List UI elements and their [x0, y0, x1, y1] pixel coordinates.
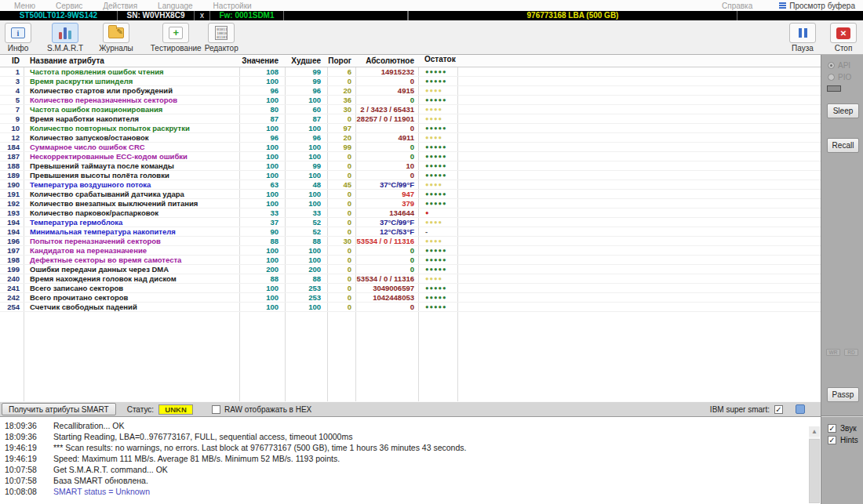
- cell-value: 100: [239, 143, 285, 152]
- cell-health-dots: ●●●●●: [418, 152, 457, 161]
- info-icon: i: [11, 27, 25, 38]
- cell-value: 96: [239, 86, 285, 96]
- blue-indicator[interactable]: [796, 404, 805, 414]
- cell-id: 188: [0, 161, 24, 171]
- rd-button[interactable]: RD: [844, 349, 858, 356]
- col-header-value[interactable]: Значение: [239, 55, 285, 67]
- table-row[interactable]: 241 Всего записано секторов 100 253 0 30…: [0, 284, 821, 293]
- cell-value: 100: [239, 293, 285, 303]
- table-row[interactable]: 4 Количество стартов или пробуждений 96 …: [0, 86, 821, 96]
- cell-worst: 99: [285, 161, 327, 171]
- cell-threshold: 97: [327, 124, 355, 133]
- menu-item-main[interactable]: Меню: [14, 2, 35, 10]
- wr-button[interactable]: WR: [826, 349, 840, 356]
- table-row[interactable]: 10 Количество повторных попыток раскрутк…: [0, 124, 821, 133]
- table-row[interactable]: 1 Частота проявления ошибок чтения 108 9…: [0, 67, 821, 77]
- cell-worst: 48: [285, 180, 327, 190]
- cell-id: 240: [0, 274, 24, 284]
- table-row[interactable]: 9 Время наработки накопителя 87 87 0 282…: [0, 114, 821, 124]
- recall-button[interactable]: Recall: [827, 138, 859, 153]
- table-row[interactable]: 187 Нескорректированные ECC-кодом ошибки…: [0, 152, 821, 161]
- table-row[interactable]: 5 Количество переназначенных секторов 10…: [0, 96, 821, 105]
- editor-button[interactable]: 01011 10010 01101 Редактор: [205, 23, 239, 53]
- table-row[interactable]: 3 Время раскрутки шпинделя 100 99 0 0 ●●…: [0, 77, 821, 86]
- table-row[interactable]: 194 Минимальная температура накопителя 9…: [0, 227, 821, 237]
- sleep-button[interactable]: Sleep: [827, 103, 859, 118]
- cell-id: 242: [0, 293, 24, 303]
- sound-checkbox-row[interactable]: ✓ Звук: [828, 424, 857, 433]
- table-row[interactable]: 12 Количество запусков/остановок 96 96 2…: [0, 133, 821, 143]
- buffer-view-button[interactable]: Просмотр буфера: [779, 2, 855, 10]
- table-row[interactable]: 189 Превышения высоты полёта головки 100…: [0, 171, 821, 180]
- passp-button[interactable]: Passp: [827, 387, 859, 402]
- table-row[interactable]: 198 Дефектные секторы во время самотеста…: [0, 256, 821, 265]
- cell-name: Количество парковок/распарковок: [24, 208, 239, 218]
- cell-raw: 0: [355, 152, 418, 161]
- menu-item-help[interactable]: Справка: [722, 2, 752, 10]
- menu-item-actions[interactable]: Действия: [103, 2, 137, 10]
- sound-checkbox[interactable]: ✓: [828, 424, 836, 433]
- cell-value: 100: [239, 96, 285, 105]
- cell-threshold: 0: [327, 199, 355, 208]
- table-row[interactable]: 199 Ошибки передачи данных через DMA 200…: [0, 265, 821, 274]
- journals-folder-icon: [108, 27, 124, 38]
- col-header-threshold[interactable]: Порог: [327, 55, 355, 67]
- stop-button[interactable]: ✕ Стоп: [830, 23, 857, 53]
- col-header-id[interactable]: ID: [0, 55, 24, 67]
- pio-radio[interactable]: [828, 74, 835, 81]
- cell-name: Кандидатов на переназначение: [24, 246, 239, 256]
- get-smart-attributes-button[interactable]: Получить атрибуты SMART: [2, 403, 116, 415]
- menu-item-service[interactable]: Сервис: [56, 2, 82, 10]
- cell-worst: 100: [285, 246, 327, 256]
- table-row[interactable]: 197 Кандидатов на переназначение 100 100…: [0, 246, 821, 256]
- log-timestamp: 18:09:36: [5, 420, 42, 431]
- cell-id: 12: [0, 133, 24, 143]
- table-row[interactable]: 196 Попыток переназначений секторов 88 8…: [0, 237, 821, 246]
- col-header-name[interactable]: Название атрибута: [24, 55, 239, 67]
- cell-id: 1: [0, 67, 24, 77]
- log-line: 10:07:58 Get S.M.A.R.T. command... OK: [5, 464, 821, 475]
- cell-value: 100: [239, 284, 285, 293]
- table-row[interactable]: 188 Превышений таймаута после команды 10…: [0, 161, 821, 171]
- col-header-worst[interactable]: Худшее: [285, 55, 327, 67]
- pio-radio-row[interactable]: PIO: [828, 73, 851, 82]
- hints-checkbox-row[interactable]: ✓ Hints: [828, 436, 858, 444]
- table-row[interactable]: 7 Частота ошибок позиционирования 80 60 …: [0, 105, 821, 114]
- col-header-raw[interactable]: Абсолютное: [355, 55, 418, 67]
- cell-worst: 88: [285, 274, 327, 284]
- table-row[interactable]: 191 Количество срабатываний датчика удар…: [0, 190, 821, 199]
- cell-worst: 99: [285, 77, 327, 86]
- table-row[interactable]: 192 Количество внезапных выключений пита…: [0, 199, 821, 208]
- cell-raw: 134644: [355, 208, 418, 218]
- api-radio-row[interactable]: API: [828, 61, 850, 70]
- raw-hex-checkbox[interactable]: [212, 405, 220, 414]
- menu-item-language[interactable]: Language: [158, 2, 193, 10]
- table-row[interactable]: 193 Количество парковок/распарковок 33 3…: [0, 208, 821, 218]
- hints-checkbox[interactable]: ✓: [828, 436, 836, 444]
- testing-button[interactable]: + Тестирование: [151, 23, 202, 53]
- cell-name: Дефектные секторы во время самотеста: [24, 256, 239, 265]
- scrollbar-up-arrow-icon[interactable]: ▲: [809, 426, 820, 437]
- api-radio[interactable]: [828, 62, 835, 69]
- ibm-super-smart-checkbox[interactable]: ✓: [774, 405, 783, 414]
- cell-health-dots: ●●●●: [418, 180, 457, 190]
- pause-icon: [799, 28, 807, 38]
- menu-item-settings[interactable]: Настройки: [213, 2, 252, 10]
- cell-health-dots: ●: [418, 208, 457, 218]
- table-row[interactable]: 190 Температура воздушного потока 63 48 …: [0, 180, 821, 190]
- table-row[interactable]: 242 Всего прочитано секторов 100 253 0 1…: [0, 293, 821, 303]
- cell-health-dots: ●●●●●: [418, 265, 457, 274]
- table-row[interactable]: 194 Температура гермоблока 37 52 0 37°C/…: [0, 218, 821, 227]
- cell-value: 100: [239, 246, 285, 256]
- info-button[interactable]: i Инфо: [5, 23, 31, 53]
- table-row[interactable]: 254 Счетчик свободных падений 100 100 0 …: [0, 303, 821, 312]
- pause-button[interactable]: Пауза: [789, 23, 816, 53]
- log-scrollbar[interactable]: ▲: [809, 426, 820, 503]
- journals-button[interactable]: Журналы: [99, 23, 133, 53]
- scrollbar-thumb[interactable]: [809, 439, 820, 503]
- table-row[interactable]: 184 Суммарное число ошибок CRC 100 100 9…: [0, 143, 821, 152]
- smart-button[interactable]: S.M.A.R.T: [47, 23, 83, 53]
- cell-value: 88: [239, 237, 285, 246]
- table-row[interactable]: 240 Время нахождения головок над диском …: [0, 274, 821, 284]
- col-header-health[interactable]: Остаток: [418, 55, 457, 67]
